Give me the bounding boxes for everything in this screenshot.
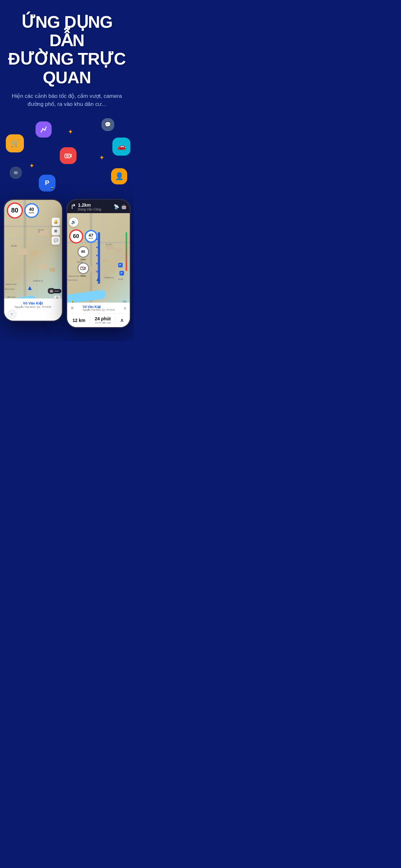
dest-street: Võ Văn Kiệt <box>83 305 115 309</box>
right-phone-frame: ▲ ▲ ▲ ▲ ▲ AN LỢIĐÔNG TỔ HỮU PHƯỜNG 13 AI… <box>66 199 131 328</box>
map-label-phuong-r: PHƯỜNG 13 <box>104 277 114 279</box>
trip-time: 24 phút 10:05 đến nơi <box>95 316 111 324</box>
nav-distance: 1.2km <box>78 203 101 208</box>
dest-sub: Nguyễn Thái Bình, Q1, TP.HCM <box>83 309 115 311</box>
layers-btn[interactable]: ⊞ <box>52 227 60 236</box>
nav-location-pin: ▲ <box>27 284 33 291</box>
info-btn[interactable]: 💬 <box>52 237 60 245</box>
warn-speed-badge: 80 <box>78 246 89 258</box>
right-bottom-bar: ✕ Võ Văn Kiệt Nguyễn Thái Bình, Q1, TP.H… <box>67 303 130 327</box>
chat-icon[interactable]: 💬 <box>101 118 114 131</box>
star-icon-1: ✦ <box>68 128 73 135</box>
route-icon[interactable] <box>35 121 52 137</box>
map-label-ailoi-r: AI LỢI <box>118 278 123 280</box>
majestic-label: Majestic Hotel <box>6 283 17 285</box>
close-btn[interactable]: ✕ <box>70 306 74 311</box>
svg-point-3 <box>66 155 68 157</box>
left-phone-frame: AN LỢIĐÔNG TỔ HỮU PHƯỜNG 13 30° Majestic… <box>3 199 63 321</box>
parking-marker-2: P <box>120 271 124 275</box>
chevron-up-icon[interactable]: ∧ <box>123 306 127 311</box>
street-name-left: Võ Văn Kiệt <box>7 301 59 306</box>
speed-current-right: 60 <box>69 229 83 244</box>
speed-current-badge: 80 <box>7 203 23 219</box>
nav-loc-right: ▲ <box>95 275 102 283</box>
left-bottom-bar: Võ Văn Kiệt Nguyễn Thái Bình, Q1, TP.HCM… <box>4 299 62 321</box>
street-sub-left: Nguyễn Thái Bình, Q1, TP.HCM <box>7 306 59 308</box>
icons-section: ✦ ✦ ✦ ✦ 🛒 💬 🚗 ✉ P 📷 👤 <box>0 115 134 199</box>
hero-subtitle: Hiện các cảnh báo tốc độ, cấm vượt, came… <box>6 92 127 108</box>
benthanh-label: Bến Thành <box>7 296 16 298</box>
map-label-phuong13: PHƯỜNG 13 <box>33 280 43 282</box>
opera-label-r: Opera House <box>68 279 78 281</box>
speed-limit-badge: 40 km/h <box>24 203 39 218</box>
parking-marker-1: P <box>118 263 123 268</box>
nav-direction: ↱ 1.2km Đồng Văn Công <box>70 203 101 211</box>
stat-divider-2 <box>115 315 116 325</box>
svg-point-0 <box>42 128 43 129</box>
phones-section: AN LỢIĐÔNG TỔ HỮU PHƯỜNG 13 30° Majestic… <box>0 199 134 341</box>
map-label-tohuu: TỔ HỮU <box>11 245 17 247</box>
map-controls: 🔔 ⊞ 💬 <box>52 218 60 245</box>
bluetooth-icon: 📡 <box>114 204 119 209</box>
parking-icon[interactable]: P 📷 <box>39 175 56 191</box>
stat-divider-1 <box>90 315 90 325</box>
opera-label: Opera House <box>5 288 15 290</box>
traffic-bar <box>126 232 127 271</box>
volume-btn[interactable]: 🔔 <box>52 218 60 226</box>
trip-expand[interactable]: ∧ <box>120 317 124 323</box>
speed-actual-right: 47 km/h <box>85 230 97 243</box>
go-up-btn[interactable]: ↑ <box>7 310 17 319</box>
left-phone: AN LỢIĐÔNG TỔ HỮU PHƯỜNG 13 30° Majestic… <box>3 199 63 328</box>
svg-rect-2 <box>65 154 70 158</box>
camera-warn-badge <box>78 262 89 274</box>
hero-section: ỨNG DỤNG DẪN ĐƯỜNG TRỰC QUAN Hiện các cả… <box>0 0 134 115</box>
right-phone: ▲ ▲ ▲ ▲ ▲ AN LỢIĐÔNG TỔ HỮU PHƯỜNG 13 AI… <box>66 199 131 328</box>
nav-topbar: ↱ 1.2km Đồng Văn Công 📡 🤖 <box>67 200 130 213</box>
bottom-nav-left: ↑ <box>7 310 59 319</box>
hero-title: ỨNG DỤNG DẪN ĐƯỜNG TRỰC QUAN <box>6 13 127 87</box>
message-icon[interactable]: ✉ <box>10 166 22 179</box>
camera-icon[interactable] <box>60 147 76 164</box>
robot-icon[interactable]: 🤖 <box>48 288 55 294</box>
car-icon[interactable]: 🚗 <box>112 137 130 156</box>
star-icon-3: ✦ <box>99 154 104 161</box>
sound-btn[interactable]: 🔊 <box>69 218 78 227</box>
speed-badges-right: 🔊 60 47 km/h 80 10 <box>69 218 97 277</box>
star-icon-2: ✦ <box>29 162 35 169</box>
cart-icon[interactable]: 🛒 <box>6 134 24 152</box>
nav-street: Đồng Văn Công <box>78 208 101 211</box>
turn-icon: ↱ <box>70 203 76 211</box>
trip-km: 12 km <box>73 318 86 323</box>
robot-icon-r[interactable]: 🤖 <box>121 204 127 209</box>
svg-point-1 <box>44 129 45 131</box>
person-icon[interactable]: 👤 <box>111 168 127 184</box>
